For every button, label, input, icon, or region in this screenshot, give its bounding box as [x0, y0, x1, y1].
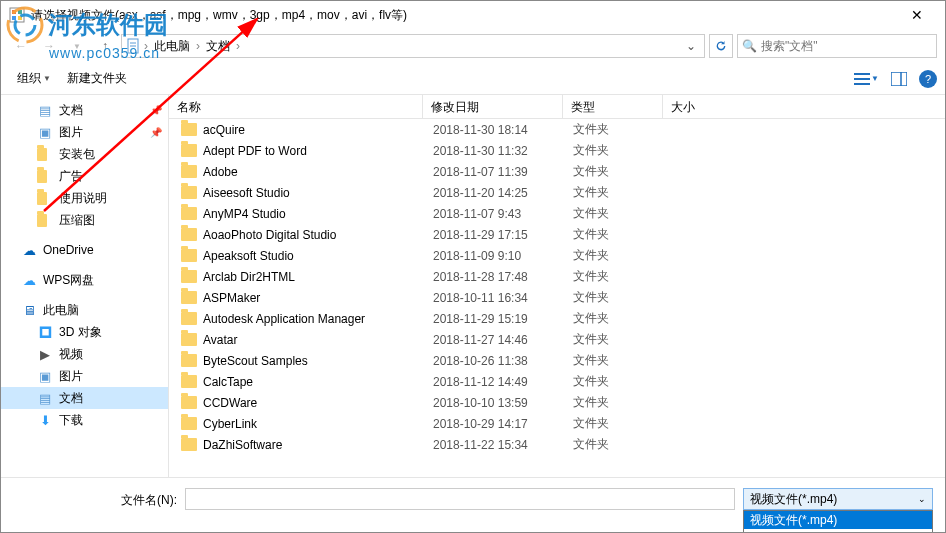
file-row[interactable]: Aiseesoft Studio2018-11-20 14:25文件夹: [169, 182, 945, 203]
folder-icon: [181, 438, 197, 451]
doc-icon: ▤: [37, 390, 53, 406]
sidebar-item-ads[interactable]: 广告: [1, 165, 168, 187]
file-date: 2018-11-22 15:34: [433, 438, 573, 452]
folder-icon: [37, 212, 53, 228]
file-date: 2018-11-28 17:48: [433, 270, 573, 284]
folder-icon: [37, 146, 53, 162]
search-box[interactable]: 🔍: [737, 34, 937, 58]
folder-icon: [181, 270, 197, 283]
file-name: Adept PDF to Word: [203, 144, 433, 158]
breadcrumb-docs[interactable]: 文档: [202, 38, 234, 55]
file-name: CCDWare: [203, 396, 433, 410]
svg-rect-14: [891, 72, 907, 86]
filetype-option[interactable]: 视频文件(*.mpg): [744, 529, 932, 533]
file-name: acQuire: [203, 123, 433, 137]
refresh-button[interactable]: [709, 34, 733, 58]
breadcrumb-pc[interactable]: 此电脑: [150, 38, 194, 55]
svg-rect-13: [854, 83, 870, 85]
file-name: AoaoPhoto Digital Studio: [203, 228, 433, 242]
main-area: ▤文档📌 ▣图片📌 安装包 广告 使用说明 压缩图 ☁OneDrive ☁WPS…: [1, 95, 945, 477]
file-row[interactable]: AnyMP4 Studio2018-11-07 9:43文件夹: [169, 203, 945, 224]
file-row[interactable]: acQuire2018-11-30 18:14文件夹: [169, 119, 945, 140]
file-row[interactable]: DaZhiSoftware2018-11-22 15:34文件夹: [169, 434, 945, 455]
col-header-date[interactable]: 修改日期: [423, 95, 563, 118]
file-date: 2018-11-07 11:39: [433, 165, 573, 179]
column-headers: 名称 修改日期 类型 大小: [169, 95, 945, 119]
file-date: 2018-10-29 14:17: [433, 417, 573, 431]
file-name: Arclab Dir2HTML: [203, 270, 433, 284]
file-row[interactable]: Apeaksoft Studio2018-11-09 9:10文件夹: [169, 245, 945, 266]
file-row[interactable]: Adept PDF to Word2018-11-30 11:32文件夹: [169, 140, 945, 161]
file-name: Adobe: [203, 165, 433, 179]
bottom-panel: 文件名(N): 视频文件(*.mp4) ⌄ 视频文件(*.mp4) 视频文件(*…: [1, 477, 945, 533]
sidebar-item-docs2[interactable]: ▤文档: [1, 387, 168, 409]
filetype-dropdown[interactable]: 视频文件(*.mp4) 视频文件(*.mpg) 所有文件(*.*): [743, 510, 933, 533]
filename-input[interactable]: [185, 488, 735, 510]
sidebar-item-pics[interactable]: ▣图片📌: [1, 121, 168, 143]
file-date: 2018-10-26 11:38: [433, 354, 573, 368]
file-date: 2018-11-30 18:14: [433, 123, 573, 137]
search-input[interactable]: [761, 39, 932, 53]
help-button[interactable]: ?: [919, 70, 937, 88]
sidebar-item-pkg[interactable]: 安装包: [1, 143, 168, 165]
filename-label: 文件名(N):: [121, 488, 177, 509]
search-icon: 🔍: [742, 39, 757, 53]
file-date: 2018-10-11 16:34: [433, 291, 573, 305]
file-row[interactable]: AoaoPhoto Digital Studio2018-11-29 17:15…: [169, 224, 945, 245]
cube-icon: 🞐: [37, 324, 53, 340]
sidebar-item-onedrive[interactable]: ☁OneDrive: [1, 239, 168, 261]
doc-icon: ▤: [37, 102, 53, 118]
nav-back-button[interactable]: ←: [9, 34, 33, 58]
file-date: 2018-11-29 17:15: [433, 228, 573, 242]
file-row[interactable]: CyberLink2018-10-29 14:17文件夹: [169, 413, 945, 434]
chevron-right-icon: ›: [236, 39, 240, 53]
filetype-select[interactable]: 视频文件(*.mp4) ⌄: [743, 488, 933, 510]
col-header-size[interactable]: 大小: [663, 95, 945, 118]
filetype-selected: 视频文件(*.mp4): [750, 491, 837, 508]
folder-icon: [181, 291, 197, 304]
file-type: 文件夹: [573, 289, 673, 306]
nav-recent-button[interactable]: ▼: [65, 34, 89, 58]
preview-pane-button[interactable]: [885, 68, 913, 90]
new-folder-button[interactable]: 新建文件夹: [59, 66, 135, 91]
filetype-option[interactable]: 视频文件(*.mp4): [744, 511, 932, 529]
file-date: 2018-11-20 14:25: [433, 186, 573, 200]
folder-icon: [181, 312, 197, 325]
nav-forward-button[interactable]: →: [37, 34, 61, 58]
view-options-button[interactable]: ▼: [848, 68, 885, 90]
file-row[interactable]: Arclab Dir2HTML2018-11-28 17:48文件夹: [169, 266, 945, 287]
close-button[interactable]: ✕: [897, 3, 937, 27]
file-list[interactable]: acQuire2018-11-30 18:14文件夹Adept PDF to W…: [169, 119, 945, 477]
folder-icon: [181, 375, 197, 388]
sidebar-item-manual[interactable]: 使用说明: [1, 187, 168, 209]
file-date: 2018-11-30 11:32: [433, 144, 573, 158]
file-row[interactable]: Adobe2018-11-07 11:39文件夹: [169, 161, 945, 182]
organize-button[interactable]: 组织▼: [9, 66, 59, 91]
refresh-icon: [714, 39, 728, 53]
file-row[interactable]: CalcTape2018-11-12 14:49文件夹: [169, 371, 945, 392]
titlebar: 请选择视频文件(asx，asf，mpg，wmv，3gp，mp4，mov，avi，…: [1, 1, 945, 29]
file-date: 2018-11-12 14:49: [433, 375, 573, 389]
folder-icon: [181, 354, 197, 367]
file-row[interactable]: ByteScout Samples2018-10-26 11:38文件夹: [169, 350, 945, 371]
file-row[interactable]: Autodesk Application Manager2018-11-29 1…: [169, 308, 945, 329]
breadcrumb-dropdown[interactable]: ⌄: [682, 39, 700, 53]
sidebar-item-thispc[interactable]: 🖥此电脑: [1, 299, 168, 321]
svg-rect-12: [854, 78, 870, 80]
sidebar-item-video[interactable]: ▶视频: [1, 343, 168, 365]
sidebar-item-zip[interactable]: 压缩图: [1, 209, 168, 231]
file-row[interactable]: CCDWare2018-10-10 13:59文件夹: [169, 392, 945, 413]
sidebar[interactable]: ▤文档📌 ▣图片📌 安装包 广告 使用说明 压缩图 ☁OneDrive ☁WPS…: [1, 95, 169, 477]
file-row[interactable]: ASPMaker2018-10-11 16:34文件夹: [169, 287, 945, 308]
file-name: Apeaksoft Studio: [203, 249, 433, 263]
sidebar-item-wps[interactable]: ☁WPS网盘: [1, 269, 168, 291]
col-header-name[interactable]: 名称: [169, 95, 423, 118]
col-header-type[interactable]: 类型: [563, 95, 663, 118]
sidebar-item-docs[interactable]: ▤文档📌: [1, 99, 168, 121]
file-row[interactable]: Avatar2018-11-27 14:46文件夹: [169, 329, 945, 350]
sidebar-item-pics2[interactable]: ▣图片: [1, 365, 168, 387]
nav-up-button[interactable]: ↑: [93, 34, 117, 58]
sidebar-item-download[interactable]: ⬇下载: [1, 409, 168, 431]
breadcrumb[interactable]: › 此电脑 › 文档 › ⌄: [121, 34, 705, 58]
sidebar-item-3d[interactable]: 🞐3D 对象: [1, 321, 168, 343]
